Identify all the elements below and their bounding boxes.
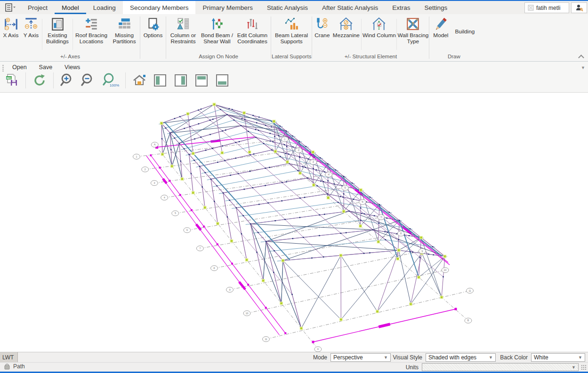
tab-after-static-analysis[interactable]: After Static Analysis <box>315 1 385 14</box>
svg-text:4: 4 <box>164 196 165 199</box>
column-or-restraints-icon <box>176 16 191 32</box>
tab-secondary-members[interactable]: Secondary Members <box>123 1 196 14</box>
svg-text:5: 5 <box>175 212 176 214</box>
group-separator <box>271 16 271 59</box>
mode-select[interactable]: Perspective▼ <box>330 353 391 362</box>
wireframe-model[interactable]: 11223344556677889910101111AAB <box>0 93 588 352</box>
back-color-select[interactable]: White▼ <box>531 353 585 362</box>
building-draw-button[interactable]: Building <box>451 16 478 48</box>
menu-views[interactable]: Views <box>64 64 80 71</box>
group-separator <box>42 19 42 50</box>
beam-lateral-supports-button[interactable]: Beam Lateral Supports <box>272 16 311 45</box>
zoom-out-button[interactable] <box>79 71 97 89</box>
button-label: Column or Restraints <box>167 32 200 45</box>
ribbon-group-structural-element: Crane Mezzanine <box>313 14 428 61</box>
svg-text:1: 1 <box>136 155 137 158</box>
svg-text:2: 2 <box>298 149 299 151</box>
status-bar-path: Path Units ▼ <box>0 362 588 372</box>
mezzanine-button[interactable]: Mezzanine <box>331 16 361 39</box>
tab-static-analysis[interactable]: Static Analysis <box>260 1 315 14</box>
menu-open[interactable]: Open <box>12 64 27 71</box>
quick-toolbar: Open Save Views ▼ IMG <box>0 62 588 93</box>
save-image-icon: IMG <box>4 73 19 88</box>
avatar-placeholder-icon <box>528 5 534 11</box>
group-label-structural-element: +/- Structural Element <box>313 53 428 61</box>
edit-column-coordinates-button[interactable]: Edit Column Coordinates <box>234 16 270 45</box>
tab-extras[interactable]: Extras <box>385 1 417 14</box>
view-left-button[interactable] <box>151 71 169 89</box>
group-separator <box>396 19 397 50</box>
beam-lateral-supports-icon <box>284 16 299 32</box>
missing-partitions-button[interactable]: Missing Partitions <box>109 16 139 45</box>
group-label-options <box>141 53 165 61</box>
tab-project[interactable]: Project <box>21 1 55 14</box>
back-color-value: White <box>534 354 548 361</box>
button-label: Existing Buildings <box>43 32 72 45</box>
tab-loading[interactable]: Loading <box>86 1 123 14</box>
svg-text:8: 8 <box>400 232 402 235</box>
menu-save[interactable]: Save <box>39 64 53 71</box>
wall-bracing-type-icon: ? <box>405 16 420 32</box>
chevron-down-icon: ▼ <box>489 355 493 360</box>
ribbon-group-assign-on-node: Column or Restraints Bond Beam / Shear W… <box>167 14 270 61</box>
model-draw-button[interactable]: Model <box>430 16 451 39</box>
wind-column-button[interactable]: Wind Column <box>362 16 396 39</box>
svg-text:11: 11 <box>265 338 267 341</box>
view-top-button[interactable] <box>193 71 210 89</box>
ribbon-collapse-button[interactable] <box>579 54 583 58</box>
toolbar-drag-handle[interactable] <box>2 65 4 71</box>
toolbar-options-caret[interactable]: ▼ <box>581 65 585 70</box>
path-label[interactable]: Path <box>13 363 25 370</box>
button-label: Wall Bracing Type <box>397 32 428 45</box>
options-button[interactable]: Options <box>141 16 165 39</box>
account-settings-button[interactable] <box>571 2 587 13</box>
x-axis-button[interactable]: X Axis <box>1 16 21 39</box>
zoom-100-button[interactable]: 100% <box>100 71 121 89</box>
view-bottom-button[interactable] <box>213 71 231 89</box>
tab-primary-members[interactable]: Primary Members <box>195 1 260 14</box>
toolbar-separator <box>53 72 54 88</box>
svg-text:9: 9 <box>422 250 423 253</box>
resize-grip[interactable] <box>581 365 587 370</box>
user-name: fatih metli <box>536 5 560 11</box>
zoom-in-icon <box>59 72 75 88</box>
save-image-button[interactable]: IMG <box>3 71 21 89</box>
mode-value: Perspective <box>333 354 363 361</box>
ribbon: X Axis Y Axis <box>0 14 588 62</box>
button-label: Crane <box>314 32 330 39</box>
status-bar-view: LWT Mode Perspective▼ Visual Style Shade… <box>0 352 588 362</box>
user-account-button[interactable]: fatih metli <box>524 2 569 13</box>
svg-text:1: 1 <box>284 138 286 141</box>
crane-button[interactable]: Crane <box>313 16 331 39</box>
button-label: Mezzanine <box>333 32 360 39</box>
zoom-in-button[interactable] <box>58 71 76 89</box>
view-tab-lwt[interactable]: LWT <box>0 352 18 363</box>
group-label-axes: +/- Axes <box>1 53 139 61</box>
tab-settings[interactable]: Settings <box>418 1 455 14</box>
group-label-draw: Draw <box>430 53 478 61</box>
home-icon <box>131 72 147 88</box>
refresh-view-button[interactable] <box>31 71 48 89</box>
button-label: Y Axis <box>24 32 39 39</box>
column-or-restraints-button[interactable]: Column or Restraints <box>167 16 200 45</box>
edit-column-coordinates-icon <box>245 16 260 32</box>
visual-style-select[interactable]: Shaded with edges▼ <box>426 353 496 362</box>
view-top-icon <box>193 72 209 88</box>
existing-buildings-button[interactable]: Existing Buildings <box>43 16 72 45</box>
group-separator <box>166 16 166 59</box>
model-viewport[interactable]: 11223344556677889910101111AAB <box>0 93 588 352</box>
home-view-button[interactable] <box>130 71 148 89</box>
tab-model[interactable]: Model <box>55 1 86 14</box>
roof-bracing-locations-icon <box>84 16 99 32</box>
units-select[interactable]: ▼ <box>422 363 579 371</box>
y-axis-button[interactable]: Y Axis <box>21 16 41 39</box>
wall-bracing-type-button[interactable]: ? Wall Bracing Type <box>397 16 428 45</box>
bond-beam-shear-wall-button[interactable]: Bond Beam / Shear Wall <box>200 16 234 45</box>
view-right-button[interactable] <box>172 71 190 89</box>
group-separator <box>361 19 362 50</box>
app-menu-button[interactable] <box>0 1 21 14</box>
ribbon-group-draw: Model Building Draw <box>430 14 478 61</box>
zoom-100-icon: 100% <box>101 72 120 88</box>
missing-partitions-icon <box>117 16 132 32</box>
roof-bracing-locations-button[interactable]: Roof Bracing Locations <box>73 16 109 45</box>
